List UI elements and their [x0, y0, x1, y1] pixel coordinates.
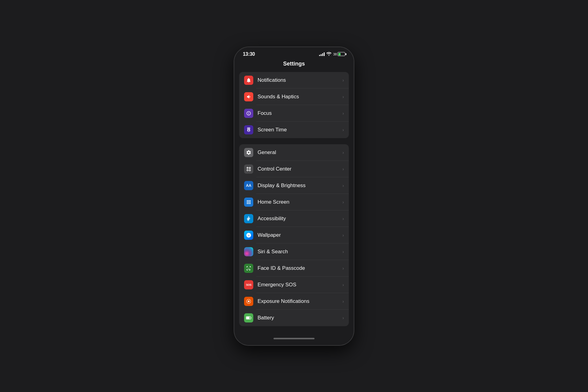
home-bar	[273, 338, 315, 339]
home-screen-icon	[244, 198, 253, 207]
siri-icon	[244, 247, 253, 256]
battery-icon	[337, 52, 345, 56]
settings-item-siri[interactable]: Siri & Search ›	[239, 243, 349, 260]
control-center-label: Control Center	[258, 166, 342, 172]
general-chevron: ›	[342, 150, 344, 155]
settings-content: Notifications › Sounds & Haptics ›	[234, 72, 354, 332]
status-icons: 38	[319, 52, 345, 57]
accessibility-icon	[244, 214, 253, 223]
accessibility-label: Accessibility	[258, 216, 342, 222]
display-label: Display & Brightness	[258, 183, 342, 189]
siri-label: Siri & Search	[258, 249, 342, 255]
focus-label: Focus	[258, 110, 342, 116]
settings-item-faceid[interactable]: Face ID & Passcode ›	[239, 260, 349, 277]
signal-bars-icon	[319, 52, 325, 56]
control-center-icon	[244, 164, 253, 174]
svg-point-3	[249, 169, 251, 171]
svg-rect-12	[251, 317, 251, 318]
general-icon	[244, 148, 253, 157]
sounds-label: Sounds & Haptics	[258, 94, 342, 100]
home-screen-label: Home Screen	[258, 199, 342, 205]
svg-point-6	[248, 216, 249, 217]
phone-container: 13:30 38 Settings	[234, 47, 354, 345]
settings-item-screentime[interactable]: Screen Time ›	[239, 122, 349, 138]
svg-point-2	[247, 169, 248, 171]
focus-chevron: ›	[342, 111, 344, 116]
emergency-sos-icon: SOS	[244, 280, 253, 289]
settings-item-notifications[interactable]: Notifications ›	[239, 72, 349, 89]
status-time: 13:30	[243, 51, 255, 57]
screentime-chevron: ›	[342, 127, 344, 132]
battery-chevron: ›	[342, 315, 344, 320]
emergency-sos-label: Emergency SOS	[258, 282, 342, 288]
display-chevron: ›	[342, 183, 344, 188]
notifications-chevron: ›	[342, 78, 344, 83]
svg-point-9	[249, 268, 250, 268]
home-indicator	[234, 335, 354, 345]
battery-indicator: 38	[333, 52, 345, 56]
sounds-chevron: ›	[342, 94, 344, 99]
settings-item-home-screen[interactable]: Home Screen ›	[239, 194, 349, 210]
settings-item-display[interactable]: AA Display & Brightness ›	[239, 177, 349, 194]
accessibility-chevron: ›	[342, 216, 344, 221]
page-title: Settings	[234, 59, 354, 72]
settings-group-2: General › Control Center ›	[239, 144, 349, 326]
faceid-chevron: ›	[342, 266, 344, 271]
settings-item-exposure[interactable]: Exposure Notifications ›	[239, 293, 349, 310]
settings-item-sounds[interactable]: Sounds & Haptics ›	[239, 89, 349, 105]
exposure-icon	[244, 297, 253, 306]
wallpaper-chevron: ›	[342, 233, 344, 238]
red-arrow-annotation	[344, 209, 349, 227]
settings-item-emergency-sos[interactable]: SOS Emergency SOS ›	[239, 277, 349, 293]
exposure-chevron: ›	[342, 299, 344, 304]
svg-rect-13	[247, 317, 250, 319]
battery-label: Battery	[258, 315, 342, 321]
general-label: General	[258, 149, 342, 156]
wallpaper-label: Wallpaper	[258, 232, 342, 238]
battery-text: 38	[333, 52, 337, 56]
notifications-icon	[244, 76, 253, 85]
emergency-sos-chevron: ›	[342, 282, 344, 287]
settings-item-battery[interactable]: Battery ›	[239, 310, 349, 326]
focus-icon	[244, 109, 253, 118]
wifi-icon	[326, 52, 331, 57]
settings-item-general[interactable]: General ›	[239, 144, 349, 161]
display-icon: AA	[244, 181, 253, 190]
sounds-icon	[244, 92, 253, 101]
notifications-label: Notifications	[258, 77, 342, 83]
exposure-label: Exposure Notifications	[258, 298, 342, 304]
control-center-chevron: ›	[342, 167, 344, 172]
settings-item-focus[interactable]: Focus ›	[239, 105, 349, 122]
status-bar: 13:30 38	[234, 47, 354, 59]
svg-point-8	[248, 268, 248, 268]
settings-item-control-center[interactable]: Control Center ›	[239, 161, 349, 177]
settings-item-accessibility[interactable]: Accessibility ›	[239, 210, 349, 227]
settings-group-1: Notifications › Sounds & Haptics ›	[239, 72, 349, 138]
screentime-label: Screen Time	[258, 127, 342, 133]
home-screen-chevron: ›	[342, 200, 344, 205]
siri-chevron: ›	[342, 249, 344, 254]
battery-settings-icon	[244, 313, 253, 322]
wallpaper-icon	[244, 231, 253, 240]
faceid-icon	[244, 264, 253, 273]
faceid-label: Face ID & Passcode	[258, 265, 342, 271]
screentime-icon	[244, 125, 253, 134]
settings-item-wallpaper[interactable]: Wallpaper ›	[239, 227, 349, 243]
